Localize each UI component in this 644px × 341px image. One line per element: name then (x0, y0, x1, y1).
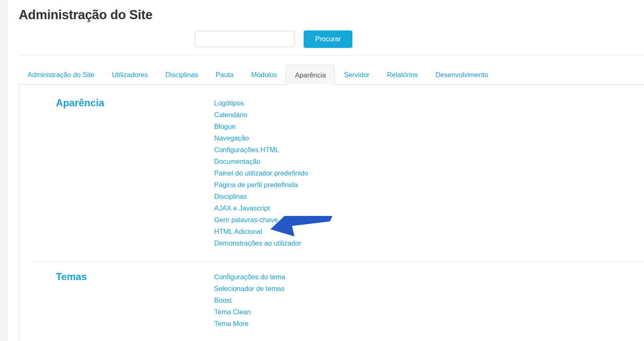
header-divider (19, 55, 644, 56)
admin-search-input[interactable] (195, 31, 295, 47)
admin-link-item: Documentação (214, 155, 308, 167)
aparencia-link-list: LogótiposCalendárioBlogueNavegaçãoConfig… (214, 97, 308, 249)
admin-tab[interactable]: Aparência (286, 65, 335, 85)
admin-link[interactable]: Painel do utilizador predefinido (214, 169, 308, 177)
admin-link[interactable]: HTML Adicional (214, 228, 262, 235)
admin-link[interactable]: Logótipos (214, 99, 244, 107)
admin-link-item: Tema More (214, 318, 285, 329)
admin-link[interactable]: Página de perfil predefinida (214, 181, 298, 188)
admin-link[interactable]: Configurações do tema (214, 273, 285, 281)
admin-link-item: Página de perfil predefinida (214, 179, 308, 191)
moodle-site-administration-page: Administração do Site Procurar Administr… (0, 0, 644, 341)
admin-tab[interactable]: Disciplinas (157, 65, 207, 85)
admin-tab-bar: Administração do SiteUtilizadoresDiscipl… (19, 65, 644, 85)
page-title: Administração do Site (19, 8, 152, 23)
page-left-gutter (0, 0, 8, 341)
section-heading-temas: Temas (56, 271, 214, 283)
admin-tab[interactable]: Desenvolvimento (427, 65, 497, 85)
admin-tab[interactable]: Módulos (242, 65, 286, 85)
admin-link[interactable]: Configurações HTML (214, 146, 279, 153)
search-button[interactable]: Procurar (304, 30, 352, 48)
section-temas: Temas Configurações do temaSelecionador … (19, 271, 644, 329)
admin-link[interactable]: AJAX e Javascript (214, 204, 270, 212)
admin-tab[interactable]: Pauta (207, 65, 242, 85)
admin-link-item: Tema Clean (214, 306, 285, 318)
admin-link-item: Disciplinas (214, 191, 308, 202)
tab-content-panel: Aparência LogótiposCalendárioBlogueNaveg… (19, 84, 644, 341)
admin-link-item: Configurações HTML (214, 144, 308, 155)
admin-link[interactable]: Tema More (214, 320, 249, 327)
admin-link-item: AJAX e Javascript (214, 202, 308, 214)
admin-link-item: HTML Adicional (214, 226, 308, 237)
admin-link[interactable]: Gerir palavras-chave (214, 216, 278, 223)
admin-link[interactable]: Boost (214, 296, 232, 304)
admin-link-item: Selecionador de temas (214, 283, 285, 294)
admin-link-item: Configurações do tema (214, 271, 285, 283)
admin-link[interactable]: Selecionador de temas (214, 285, 285, 292)
admin-link-item: Gerir palavras-chave (214, 214, 308, 226)
admin-link-item: Demonstrações ao utilizador (214, 237, 308, 249)
section-heading-aparencia: Aparência (56, 97, 214, 109)
admin-link-item: Logótipos (214, 97, 308, 109)
admin-link-item: Painel do utilizador predefinido (214, 167, 308, 179)
admin-link-item: Calendário (214, 109, 308, 120)
admin-link[interactable]: Disciplinas (214, 193, 247, 200)
admin-tab[interactable]: Servidor (335, 65, 378, 85)
admin-link-item: Navegação (214, 132, 308, 144)
admin-tab[interactable]: Relatórios (378, 65, 427, 85)
temas-link-list: Configurações do temaSelecionador de tem… (214, 271, 285, 329)
section-divider (30, 261, 644, 262)
admin-link[interactable]: Navegação (214, 134, 249, 142)
admin-link[interactable]: Documentação (214, 158, 260, 165)
section-aparencia: Aparência LogótiposCalendárioBlogueNaveg… (19, 85, 644, 249)
admin-link[interactable]: Calendário (214, 111, 247, 118)
admin-link[interactable]: Tema Clean (214, 308, 251, 316)
admin-tab[interactable]: Administração do Site (19, 65, 103, 85)
admin-tab[interactable]: Utilizadores (103, 65, 157, 85)
admin-link-item: Blogue (214, 120, 308, 132)
admin-link-item: Boost (214, 294, 285, 306)
admin-link[interactable]: Demonstrações ao utilizador (214, 239, 301, 247)
admin-link[interactable]: Blogue (214, 123, 235, 130)
